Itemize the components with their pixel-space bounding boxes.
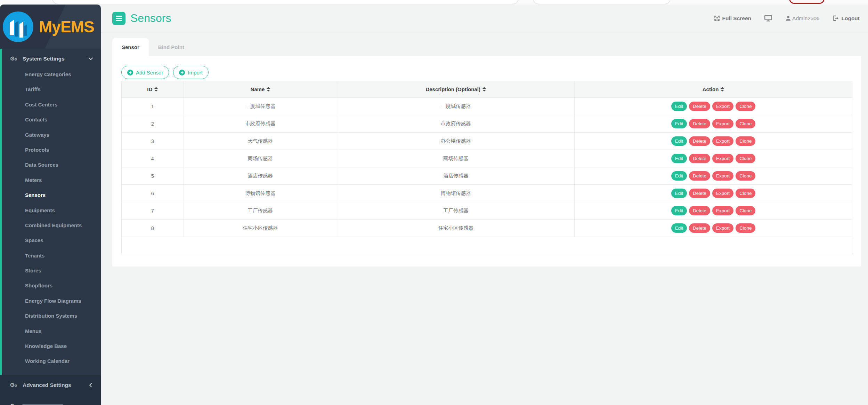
tab-sensor[interactable]: Sensor (112, 38, 149, 56)
export-button[interactable]: Export (712, 171, 733, 181)
sidebar-item-data-sources[interactable]: Data Sources (0, 157, 101, 172)
export-button[interactable]: Export (712, 154, 733, 163)
cell-description: 商场传感器 (337, 150, 575, 167)
clone-button[interactable]: Clone (736, 154, 755, 163)
edit-button[interactable]: Edit (671, 136, 687, 146)
sidebar-item-cost-centers[interactable]: Cost Centers (0, 97, 101, 112)
username: Admin2506 (792, 15, 819, 22)
sidebar-item-contacts[interactable]: Contacts (0, 112, 101, 127)
table-row: 1 一度城传感器 一度城传感器 EditDeleteExportClone (122, 98, 852, 115)
delete-button[interactable]: Delete (689, 154, 710, 163)
sidebar-item-stores[interactable]: Stores (0, 263, 101, 278)
sidebar-item-menus[interactable]: Menus (0, 324, 101, 339)
export-button[interactable]: Export (712, 136, 733, 146)
column-header-id[interactable]: ID (122, 81, 184, 98)
cell-name: 住宅小区传感器 (184, 220, 337, 237)
top-strip (0, 0, 868, 5)
import-label: Import (188, 70, 203, 76)
cell-name: 市政府传感器 (184, 115, 337, 133)
table-row: 4 商场传感器 商场传感器 EditDeleteExportClone (122, 150, 852, 167)
export-button[interactable]: Export (712, 119, 733, 128)
active-section-accent (0, 49, 2, 375)
sidebar-item-working-calendar[interactable]: Working Calendar (0, 354, 101, 368)
import-button[interactable]: + Import (173, 66, 209, 79)
edit-button[interactable]: Edit (671, 119, 687, 128)
sidebar-item-protocols[interactable]: Protocols (0, 142, 101, 157)
toolbar: + Add Sensor + Import (121, 66, 852, 79)
cell-actions: EditDeleteExportClone (575, 133, 852, 150)
export-button[interactable]: Export (712, 102, 733, 111)
export-button[interactable]: Export (712, 223, 733, 233)
sidebar-item-distribution-systems[interactable]: Distribution Systems (0, 308, 101, 323)
full-screen-button[interactable]: Full Screen (714, 15, 752, 22)
user-menu[interactable]: Admin2506 (785, 15, 819, 22)
column-header-name[interactable]: Name (184, 81, 337, 98)
edit-button[interactable]: Edit (671, 223, 687, 233)
brand-name: MyEMS (39, 17, 94, 36)
clone-button[interactable]: Clone (736, 206, 755, 215)
table-row: 5 酒店传感器 酒店传感器 EditDeleteExportClone (122, 167, 852, 185)
sidebar-item-energy-categories[interactable]: Energy Categories (0, 67, 101, 82)
sidebar-section-advanced-settings[interactable]: ⚙⚙ Advanced Settings (0, 375, 101, 395)
edit-button[interactable]: Edit (671, 189, 687, 198)
delete-button[interactable]: Delete (689, 102, 710, 111)
sidebar-item-sensors[interactable]: Sensors (0, 188, 101, 202)
sidebar-item-tenants[interactable]: Tenants (0, 248, 101, 263)
export-button[interactable]: Export (712, 206, 733, 215)
sidebar-item-energy-flow-diagrams[interactable]: Energy Flow Diagrams (0, 293, 101, 308)
chevron-down-icon (88, 56, 93, 61)
delete-button[interactable]: Delete (689, 136, 710, 146)
edit-button[interactable]: Edit (671, 206, 687, 215)
column-header-description-optional[interactable]: Description (Optional) (337, 81, 575, 98)
sensor-table-body: 1 一度城传感器 一度城传感器 EditDeleteExportClone 2 … (122, 98, 852, 237)
clone-button[interactable]: Clone (736, 119, 755, 128)
edit-button[interactable]: Edit (671, 154, 687, 163)
logout-label: Logout (841, 15, 860, 22)
sort-icon (482, 87, 486, 92)
sidebar-item-knowledge-base[interactable]: Knowledge Base (0, 339, 101, 354)
cell-actions: EditDeleteExportClone (575, 167, 852, 185)
sidebar-item-gateways[interactable]: Gateways (0, 127, 101, 142)
clone-button[interactable]: Clone (736, 189, 755, 198)
cell-actions: EditDeleteExportClone (575, 150, 852, 167)
sort-icon (721, 87, 724, 92)
brand-logo[interactable]: MyEMS (0, 5, 101, 49)
delete-button[interactable]: Delete (689, 119, 710, 128)
logout-button[interactable]: Logout (833, 15, 860, 22)
sidebar-item-spaces[interactable]: Spaces (0, 233, 101, 248)
sidebar-item-shopfloors[interactable]: Shopfloors (0, 278, 101, 293)
table-row: 6 博物馆传感器 博物馆传感器 EditDeleteExportClone (122, 185, 852, 202)
user-icon (785, 15, 791, 21)
hamburger-menu-icon[interactable] (112, 12, 125, 25)
export-button[interactable]: Export (712, 189, 733, 198)
sidebar-item-combined-equipments[interactable]: Combined Equipments (0, 218, 101, 233)
gears-icon: ⚙⚙ (10, 55, 18, 62)
column-header-action[interactable]: Action (575, 81, 852, 98)
empty-footer-row (122, 237, 852, 254)
title-group: Sensors (112, 12, 171, 25)
sidebar-item-tariffs[interactable]: Tariffs (0, 82, 101, 97)
monitor-button[interactable] (764, 15, 772, 22)
sidebar-item-equipments[interactable]: Equipments (0, 203, 101, 218)
delete-button[interactable]: Delete (689, 206, 710, 215)
cell-description: 工厂传感器 (337, 202, 575, 220)
clone-button[interactable]: Clone (736, 102, 755, 111)
add-sensor-button[interactable]: + Add Sensor (121, 66, 169, 79)
sidebar-section-system-settings[interactable]: ⚙⚙ System Settings (0, 51, 101, 67)
delete-button[interactable]: Delete (689, 189, 710, 198)
delete-button[interactable]: Delete (689, 171, 710, 181)
clone-button[interactable]: Clone (736, 136, 755, 146)
tab-bind-point[interactable]: Bind Point (149, 38, 194, 56)
sidebar-item-meters[interactable]: Meters (0, 173, 101, 188)
clone-button[interactable]: Clone (736, 223, 755, 233)
cell-id: 4 (122, 150, 184, 167)
delete-button[interactable]: Delete (689, 223, 710, 233)
table-row: 3 天气传感器 办公楼传感器 EditDeleteExportClone (122, 133, 852, 150)
section-label: System Settings (23, 56, 65, 62)
monitor-icon (764, 15, 772, 22)
edit-button[interactable]: Edit (671, 171, 687, 181)
clone-button[interactable]: Clone (736, 171, 755, 181)
edit-button[interactable]: Edit (671, 102, 687, 111)
expand-arrows-icon (714, 15, 720, 21)
plus-circle-icon: + (179, 70, 185, 76)
